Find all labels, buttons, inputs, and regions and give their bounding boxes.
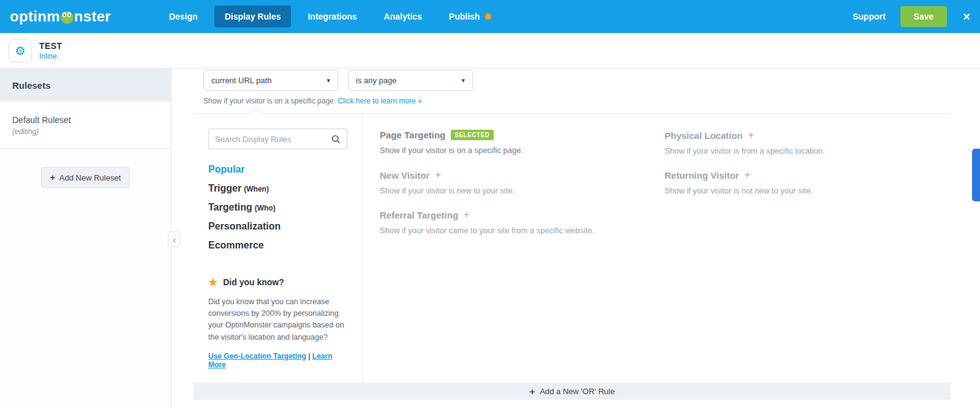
topbar-right-actions: Support Save × bbox=[853, 6, 970, 27]
did-you-know-title: ★ Did you know? bbox=[208, 276, 347, 289]
rule-categories: Popular Trigger(When) Targeting(Who) Per… bbox=[208, 164, 347, 259]
campaign-settings-button[interactable]: ⚙ bbox=[9, 39, 32, 62]
geo-location-targeting-link[interactable]: Use Geo-Location Targeting bbox=[208, 352, 306, 360]
publish-label: Publish bbox=[449, 12, 480, 21]
add-or-rule-label: Add a New 'OR' Rule bbox=[540, 387, 614, 396]
did-you-know-box: ★ Did you know? Did you know that you ca… bbox=[208, 276, 347, 370]
rule-new-visitor[interactable]: New Visitor + Show if your visitor is ne… bbox=[380, 170, 665, 195]
monster-face-icon bbox=[61, 11, 74, 24]
did-you-know-body: Did you know that you can increase conve… bbox=[208, 296, 349, 344]
category-label: Ecommerce bbox=[208, 240, 264, 250]
search-icon[interactable] bbox=[331, 135, 341, 144]
link-separator: | bbox=[308, 352, 310, 360]
rule-title: Page Targeting bbox=[380, 130, 445, 140]
publish-status-badge bbox=[484, 13, 492, 20]
add-rule-plus-icon[interactable]: + bbox=[748, 130, 754, 141]
optinmonster-logo[interactable]: optinm nster bbox=[10, 8, 111, 25]
category-label: Popular bbox=[208, 164, 245, 174]
campaign-name: TEST bbox=[39, 41, 62, 51]
chevron-down-icon: ▾ bbox=[461, 77, 465, 84]
campaign-type-link[interactable]: Inline bbox=[39, 52, 62, 61]
rule-title: Referral Targeting bbox=[380, 210, 458, 220]
add-rule-plus-icon[interactable]: + bbox=[435, 170, 440, 181]
rule-returning-visitor[interactable]: Returning Visitor + Show if your visitor… bbox=[665, 170, 951, 195]
did-you-know-heading: Did you know? bbox=[223, 277, 284, 287]
category-targeting[interactable]: Targeting(Who) bbox=[208, 202, 347, 213]
search-input[interactable] bbox=[215, 135, 331, 144]
ruleset-list-item[interactable]: Default Ruleset (editing) bbox=[0, 102, 171, 149]
display-rules-grid: Page Targeting SELECTED Show if your vis… bbox=[380, 130, 951, 249]
add-rule-plus-icon[interactable]: + bbox=[464, 209, 469, 220]
nav-tab-design[interactable]: Design bbox=[159, 6, 208, 28]
rule-picker-right-column: Page Targeting SELECTED Show if your vis… bbox=[363, 114, 951, 383]
rule-title-row: Physical Location + bbox=[665, 130, 920, 141]
rulesets-header: Rulesets bbox=[0, 69, 171, 102]
main-nav: Design Display Rules Integrations Analyt… bbox=[159, 6, 502, 28]
feedback-tab[interactable] bbox=[972, 149, 980, 201]
category-popular[interactable]: Popular bbox=[208, 164, 347, 175]
rule-description: Show if your visitor came to your site f… bbox=[380, 226, 634, 235]
close-icon[interactable]: × bbox=[963, 10, 970, 24]
rule-field-value: current URL path bbox=[211, 76, 272, 85]
sidebar-collapse-handle[interactable]: ‹ bbox=[168, 231, 181, 247]
rule-title-row: Page Targeting SELECTED bbox=[380, 130, 634, 140]
nav-tab-display-rules[interactable]: Display Rules bbox=[214, 6, 292, 28]
rule-field-dropdown[interactable]: current URL path ▾ bbox=[203, 70, 338, 91]
category-label: Personalization bbox=[208, 221, 281, 231]
category-label: Targeting bbox=[208, 202, 252, 212]
campaign-header: ⚙ TEST Inline bbox=[0, 33, 980, 69]
rule-title: Returning Visitor bbox=[665, 170, 739, 181]
category-personalization[interactable]: Personalization bbox=[208, 221, 347, 232]
campaign-info: TEST Inline bbox=[39, 41, 62, 61]
ruleset-name: Default Ruleset bbox=[12, 115, 159, 125]
chevron-down-icon: ▾ bbox=[326, 77, 330, 84]
nav-tab-integrations[interactable]: Integrations bbox=[297, 6, 367, 28]
top-navigation-bar: optinm nster Design Display Rules Integr… bbox=[0, 0, 980, 33]
rule-title-row: Returning Visitor + bbox=[665, 170, 920, 181]
plus-icon: + bbox=[50, 173, 55, 182]
active-rule-row: current URL path ▾ is any page ▾ bbox=[203, 70, 951, 91]
rule-title-row: Referral Targeting + bbox=[380, 209, 634, 220]
gear-icon: ⚙ bbox=[15, 43, 26, 58]
plus-icon: + bbox=[530, 386, 535, 397]
rulesets-sidebar: Rulesets Default Ruleset (editing) + Add… bbox=[0, 69, 172, 407]
nav-tab-publish[interactable]: Publish bbox=[439, 6, 503, 28]
logo-text-left: optinm bbox=[10, 8, 60, 25]
category-label: Trigger bbox=[208, 183, 241, 193]
star-icon: ★ bbox=[208, 276, 217, 289]
category-trigger[interactable]: Trigger(When) bbox=[208, 183, 347, 194]
support-link[interactable]: Support bbox=[853, 12, 886, 21]
add-or-rule-button[interactable]: + Add a New 'OR' Rule bbox=[194, 383, 951, 400]
rule-picker-left-column: Popular Trigger(When) Targeting(Who) Per… bbox=[194, 114, 363, 383]
rule-page-targeting[interactable]: Page Targeting SELECTED Show if your vis… bbox=[380, 130, 665, 155]
category-ecommerce[interactable]: Ecommerce bbox=[208, 240, 347, 251]
category-suffix: (When) bbox=[244, 185, 269, 193]
rule-title: New Visitor bbox=[380, 170, 429, 181]
rule-description: Show if your visitor is not new to your … bbox=[665, 186, 920, 195]
add-new-ruleset-button[interactable]: + Add New Ruleset bbox=[41, 167, 130, 188]
rule-picker-panel: Popular Trigger(When) Targeting(Who) Per… bbox=[194, 113, 951, 383]
rule-helper-text: Show if your visitor is on a specific pa… bbox=[203, 97, 951, 105]
rule-description: Show if your visitor is new to your site… bbox=[380, 186, 634, 195]
rule-description: Show if your visitor is from a specific … bbox=[665, 146, 920, 155]
rule-title-row: New Visitor + bbox=[380, 170, 634, 181]
category-suffix: (Who) bbox=[255, 204, 276, 212]
helper-text: Show if your visitor is on a specific pa… bbox=[203, 97, 336, 105]
selected-badge: SELECTED bbox=[451, 130, 493, 140]
rule-value-value: is any page bbox=[356, 76, 397, 85]
rule-physical-location[interactable]: Physical Location + Show if your visitor… bbox=[665, 130, 951, 155]
rule-value-dropdown[interactable]: is any page ▾ bbox=[348, 70, 473, 91]
did-you-know-links: Use Geo-Location Targeting | Learn More bbox=[208, 352, 347, 369]
add-rule-plus-icon[interactable]: + bbox=[744, 170, 750, 181]
ruleset-status: (editing) bbox=[12, 127, 159, 136]
rule-title: Physical Location bbox=[665, 130, 743, 141]
logo-text-right: nster bbox=[74, 8, 111, 25]
save-button[interactable]: Save bbox=[900, 6, 948, 27]
learn-more-link[interactable]: Click here to learn more » bbox=[337, 97, 421, 105]
rule-description: Show if your visitor is on a specific pa… bbox=[380, 146, 634, 155]
display-rules-main: current URL path ▾ is any page ▾ Show if… bbox=[172, 69, 980, 407]
chevron-left-icon: ‹ bbox=[173, 234, 176, 245]
nav-tab-analytics[interactable]: Analytics bbox=[374, 6, 432, 28]
rule-referral-targeting[interactable]: Referral Targeting + Show if your visito… bbox=[380, 209, 665, 235]
search-box bbox=[208, 129, 347, 149]
